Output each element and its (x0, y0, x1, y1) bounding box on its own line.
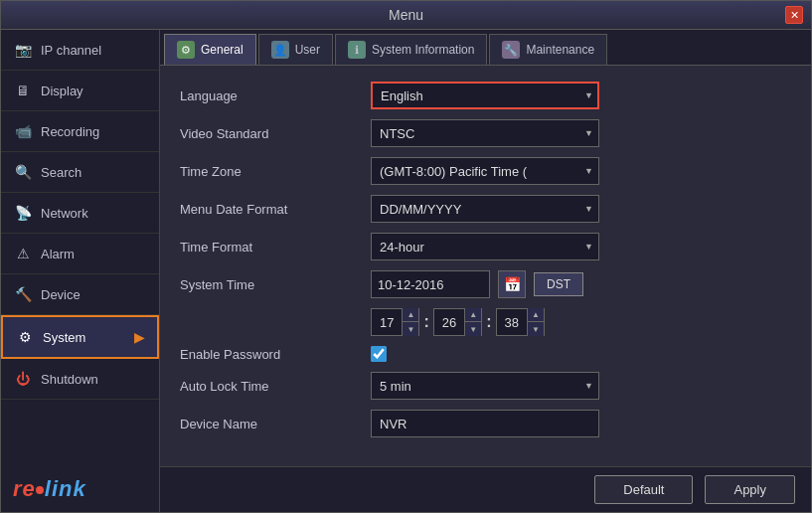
close-button[interactable]: ✕ (785, 6, 803, 24)
sidebar-label-search: Search (41, 165, 81, 180)
device-name-row: Device Name (180, 410, 791, 437)
time-spinner-row: 17 ▲ ▼ : 26 ▲ ▼ : (371, 308, 791, 336)
shutdown-icon: ⏻ (13, 369, 33, 389)
auto-lock-select[interactable]: 1 min 2 min 5 min 10 min Never (371, 372, 599, 400)
dst-button[interactable]: DST (534, 272, 583, 296)
hour-spinner: 17 ▲ ▼ (371, 308, 419, 336)
calendar-button[interactable]: 📅 (498, 270, 526, 298)
tab-user-label: User (295, 43, 320, 57)
general-tab-icon: ⚙ (177, 41, 195, 59)
apply-label: Apply (733, 482, 766, 497)
tab-user[interactable]: 👤 User (258, 34, 333, 65)
colon-1: : (423, 313, 428, 331)
device-name-input[interactable] (371, 410, 599, 437)
minute-value: 26 (434, 315, 464, 330)
search-icon: 🔍 (13, 162, 33, 182)
sidebar-label-alarm: Alarm (41, 247, 75, 261)
device-icon: 🔨 (13, 284, 33, 304)
second-spinner: 38 ▲ ▼ (496, 308, 545, 336)
video-standard-select-wrapper: NTSC PAL (371, 119, 599, 147)
colon-2: : (486, 313, 491, 331)
second-arrows: ▲ ▼ (527, 308, 544, 336)
reolink-logo: relink (1, 466, 159, 512)
sidebar-item-display[interactable]: 🖥 Display (1, 71, 159, 111)
second-down-button[interactable]: ▼ (528, 322, 544, 336)
sidebar-item-network[interactable]: 📡 Network (1, 193, 159, 234)
main-window: Menu ✕ 📷 IP channel 🖥 Display 📹 Recordin… (0, 0, 812, 513)
bottom-bar: Default Apply (160, 466, 811, 512)
apply-button[interactable]: Apply (705, 475, 795, 504)
tab-general-label: General (201, 43, 244, 57)
form-area: Language English Chinese French Video St… (160, 66, 811, 466)
dst-label: DST (547, 277, 570, 291)
time-format-select-wrapper: 24-hour 12-hour (371, 233, 599, 260)
minute-down-button[interactable]: ▼ (465, 322, 481, 336)
system-time-row: System Time 📅 DST (180, 270, 791, 298)
sidebar-label-shutdown: Shutdown (41, 372, 98, 387)
logo-dot (36, 486, 44, 494)
display-icon: 🖥 (13, 81, 33, 100)
enable-password-checkbox[interactable] (371, 346, 387, 362)
video-standard-select[interactable]: NTSC PAL (371, 119, 599, 147)
minute-spinner: 26 ▲ ▼ (433, 308, 482, 336)
auto-lock-select-wrapper: 1 min 2 min 5 min 10 min Never (371, 372, 599, 400)
language-label: Language (180, 88, 359, 103)
tab-system-information[interactable]: ℹ System Information (335, 34, 487, 65)
sidebar-item-alarm[interactable]: ⚠ Alarm (1, 234, 159, 274)
network-icon: 📡 (13, 203, 33, 223)
system-arrow-icon: ▶ (134, 329, 145, 345)
hour-down-button[interactable]: ▼ (403, 322, 418, 336)
default-label: Default (623, 482, 664, 497)
hour-up-button[interactable]: ▲ (403, 308, 418, 322)
sidebar-label-system: System (43, 330, 85, 345)
system-time-label: System Time (180, 277, 359, 292)
system-time-controls: 📅 DST (371, 270, 583, 298)
minute-up-button[interactable]: ▲ (465, 308, 481, 322)
tab-sysinfo-label: System Information (372, 43, 474, 57)
sidebar-item-shutdown[interactable]: ⏻ Shutdown (1, 359, 159, 400)
sidebar-item-device[interactable]: 🔨 Device (1, 274, 159, 315)
main-content: 📷 IP channel 🖥 Display 📹 Recording 🔍 Sea… (1, 30, 811, 512)
time-zone-label: Time Zone (180, 164, 359, 179)
menu-date-format-label: Menu Date Format (180, 202, 359, 217)
sysinfo-tab-icon: ℹ (348, 41, 366, 59)
alarm-icon: ⚠ (13, 244, 33, 263)
language-select-wrapper: English Chinese French (371, 82, 599, 109)
second-up-button[interactable]: ▲ (528, 308, 544, 322)
title-bar: Menu ✕ (1, 1, 811, 30)
time-zone-row: Time Zone (GMT-8:00) Pacific Time ( (180, 157, 791, 185)
window-title: Menu (389, 7, 423, 23)
sidebar-item-recording[interactable]: 📹 Recording (1, 111, 159, 152)
user-tab-icon: 👤 (271, 41, 289, 59)
tab-maintenance-label: Maintenance (526, 43, 594, 57)
default-button[interactable]: Default (594, 475, 693, 504)
tab-general[interactable]: ⚙ General (164, 34, 256, 65)
sidebar-label-display: Display (41, 84, 83, 98)
tab-bar: ⚙ General 👤 User ℹ System Information 🔧 … (160, 30, 811, 66)
enable-password-row: Enable Password (180, 346, 791, 362)
language-select[interactable]: English Chinese French (371, 82, 599, 109)
video-standard-label: Video Standard (180, 126, 359, 141)
auto-lock-time-row: Auto Lock Time 1 min 2 min 5 min 10 min … (180, 372, 791, 400)
time-zone-select[interactable]: (GMT-8:00) Pacific Time ( (371, 157, 599, 185)
menu-date-format-row: Menu Date Format DD/MM/YYYY MM/DD/YYYY Y… (180, 195, 791, 223)
system-time-input[interactable] (371, 270, 490, 298)
sidebar-label-network: Network (41, 206, 88, 221)
date-format-select[interactable]: DD/MM/YYYY MM/DD/YYYY YYYY/MM/DD (371, 195, 599, 223)
content-area: ⚙ General 👤 User ℹ System Information 🔧 … (160, 30, 811, 512)
auto-lock-time-label: Auto Lock Time (180, 379, 359, 394)
sidebar-label-ip-channel: IP channel (41, 43, 101, 58)
minute-arrows: ▲ ▼ (464, 308, 481, 336)
video-standard-row: Video Standard NTSC PAL (180, 119, 791, 147)
date-format-select-wrapper: DD/MM/YYYY MM/DD/YYYY YYYY/MM/DD (371, 195, 599, 223)
sidebar-label-recording: Recording (41, 124, 99, 139)
second-value: 38 (497, 315, 527, 330)
time-format-select[interactable]: 24-hour 12-hour (371, 233, 599, 260)
tab-maintenance[interactable]: 🔧 Maintenance (489, 34, 607, 65)
sidebar-item-system[interactable]: ⚙ System ▶ (1, 315, 159, 359)
time-zone-select-wrapper: (GMT-8:00) Pacific Time ( (371, 157, 599, 185)
sidebar-label-device: Device (41, 287, 81, 302)
sidebar-item-search[interactable]: 🔍 Search (1, 152, 159, 193)
calendar-icon: 📅 (504, 276, 521, 292)
sidebar-item-ip-channel[interactable]: 📷 IP channel (1, 30, 159, 71)
